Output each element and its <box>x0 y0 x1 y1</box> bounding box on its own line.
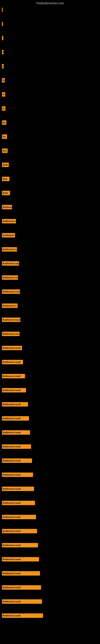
bar-row: Bottleneck result <box>2 360 100 364</box>
bar <box>2 22 3 26</box>
bar: E <box>2 64 4 68</box>
bar-row: Bottleneck result <box>2 388 100 392</box>
bar-row: Bo <box>2 78 100 82</box>
bar <box>2 8 3 12</box>
bar: Bottleneck result <box>2 416 29 420</box>
bar-row: Bottleneck result <box>2 543 100 548</box>
bar: Bot <box>2 148 8 153</box>
bar-row: Bottleneck res <box>2 219 100 224</box>
bar-row: B <box>2 50 100 54</box>
bar: Bottleneck resu <box>2 332 20 336</box>
bar-row: B <box>2 106 100 111</box>
bar-label: Bottleneck result <box>3 572 21 574</box>
bar-label: Bottl <box>3 164 8 166</box>
bar-row: Bottleneck result <box>2 261 100 266</box>
bar-label: Bottleneck result <box>3 502 21 504</box>
bar-label: Bo <box>3 121 6 124</box>
bar: Bottleneck result <box>2 388 26 392</box>
bar-label: Bottleneck result <box>3 530 21 532</box>
bar-label: Bottlenec <box>3 206 12 208</box>
bar: Bottleneck result <box>2 290 20 294</box>
bar-row: Bottleneck result <box>2 486 100 491</box>
bar-label: Bottleneck result <box>3 375 21 377</box>
bar: Bottleneck result <box>2 261 19 266</box>
bar-row <box>2 22 100 26</box>
bar: B <box>2 106 5 111</box>
bar-label: B <box>3 107 4 110</box>
bar: Bottl <box>2 162 9 167</box>
bar: Bottleneck result <box>2 402 28 406</box>
bar: Bo <box>2 134 7 139</box>
bar-row: Bottlenec <box>2 205 100 209</box>
site-title: TheBottlenecker.com <box>0 0 100 6</box>
bar-label: Bottleneck result <box>3 614 21 617</box>
bar-row: Bottleneck result <box>2 515 100 519</box>
bar: Bottleneck result <box>2 374 25 378</box>
bar-row: Bottl <box>2 162 100 167</box>
bar-row: Bottleneck result <box>2 557 100 562</box>
bar: B <box>2 92 5 96</box>
bar-label: Bot <box>3 150 6 152</box>
bar-row: Bottleneck result <box>2 458 100 463</box>
bar-label: B <box>3 93 4 96</box>
bar-label: E <box>3 65 4 68</box>
bar: Bottleneck result <box>2 360 23 364</box>
bar-label: B <box>3 51 3 53</box>
bar-row: Bo <box>2 120 100 125</box>
bar-row: Bottleneck result <box>2 585 100 590</box>
bar: Bottleneck result <box>2 571 40 576</box>
bar-label: Bottleneck result <box>3 361 21 363</box>
bar-row: Bottleneck result <box>2 472 100 477</box>
bar: Bottleneck result <box>2 430 30 435</box>
bar: Bottleneck result <box>2 346 22 350</box>
bar-label: Bottleneck res <box>3 220 16 222</box>
bar: Bottl <box>2 191 10 195</box>
bar-row: Bottleneck result <box>2 614 100 618</box>
bar: Bottleneck result <box>2 501 35 505</box>
bar: Bottleneck result <box>2 472 33 477</box>
bar-row: Bottleneck result <box>2 374 100 378</box>
bar: Bottlenec <box>2 205 12 209</box>
bar: Bottleneck result <box>2 599 42 604</box>
bar-label: Bottl <box>3 192 8 194</box>
bar-label: Bottleneck result <box>3 516 21 518</box>
bar: Bottleneck result <box>2 486 34 491</box>
bar-label: Bottleneck result <box>3 290 20 293</box>
bar: Bo <box>2 120 6 125</box>
bar-row: Bottleneck result <box>2 416 100 420</box>
bar: Bottleneck result <box>2 557 39 562</box>
bar-row: E <box>2 64 100 68</box>
bar-row: Bottl <box>2 191 100 195</box>
bar-label: Bottleneck result <box>3 600 21 603</box>
bar-row: Bott <box>2 177 100 181</box>
bar-label: Bo <box>3 79 5 82</box>
bar-row: Bottleneck result <box>2 599 100 604</box>
bar-label: Bottleneck result <box>3 586 21 589</box>
bar-label: Bottleneck result <box>3 474 21 476</box>
bar: Bottleneck result <box>2 318 20 322</box>
bar-row: Bottleneck result <box>2 290 100 294</box>
bar-row: Bottleneck resu <box>2 275 100 280</box>
bar-label: Bottleneck result <box>3 460 21 462</box>
bar: Bottleneck result <box>2 444 31 449</box>
bar-label: Bottleneck result <box>3 445 21 448</box>
bar-row <box>2 36 100 40</box>
bar-row: Bottleneck re <box>2 304 100 308</box>
bar-row: Bottleneck result <box>2 501 100 505</box>
bar: Bott <box>2 177 9 181</box>
bar-label: Bottleneck resu <box>3 333 19 335</box>
bar-row: Bottleneck result <box>2 571 100 576</box>
bar-label: Bottleneck result <box>3 431 21 434</box>
bar: Bottleneck result <box>2 458 32 463</box>
bar-label: Bottleneck result <box>3 544 21 546</box>
bar-row: Bottleneck <box>2 233 100 238</box>
bar-label: Bottleneck result <box>3 389 21 392</box>
bar: Bottleneck result <box>2 515 36 519</box>
bar-label: Bottleneck <box>3 234 14 236</box>
bar-label: Bottleneck result <box>3 417 21 420</box>
bar: B <box>2 50 3 54</box>
bar-label: Bo <box>3 136 6 138</box>
bar-row: Bottleneck result <box>2 529 100 533</box>
bar-label: Bottleneck result <box>3 558 21 560</box>
bar: Bottleneck resu <box>2 247 17 252</box>
